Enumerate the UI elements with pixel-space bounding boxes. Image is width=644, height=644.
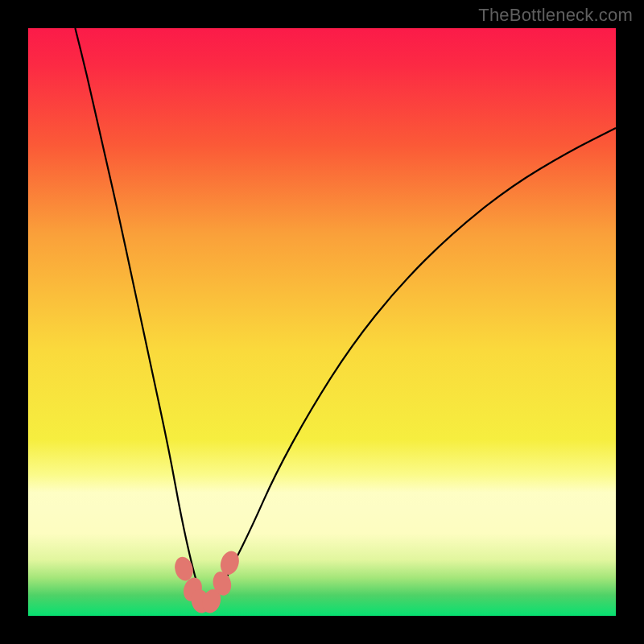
plot-area xyxy=(28,28,616,616)
curve-layer xyxy=(28,28,616,616)
highlight-markers xyxy=(172,549,242,616)
watermark-text: TheBottleneck.com xyxy=(478,5,633,26)
chart-frame: TheBottleneck.com xyxy=(0,0,644,644)
bottleneck-curve xyxy=(75,28,616,598)
